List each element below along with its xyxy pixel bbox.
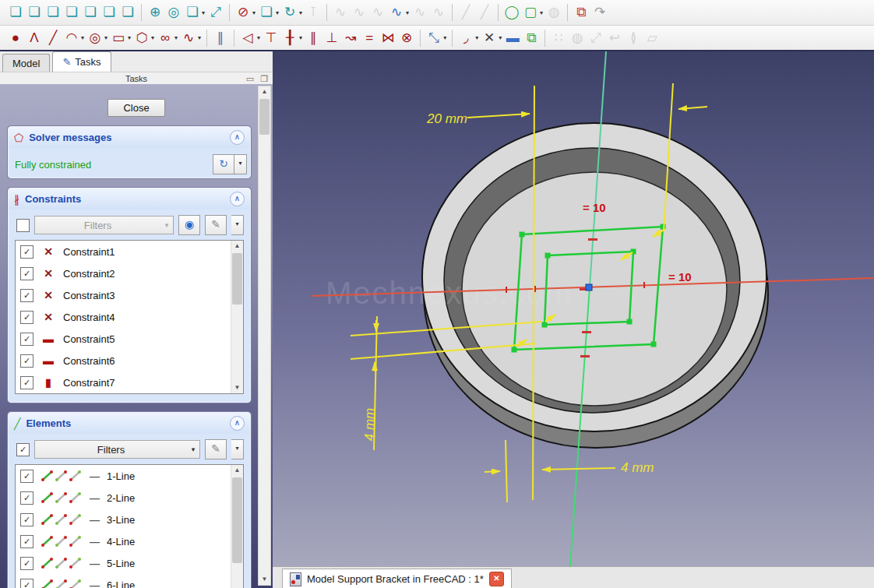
create-fillet[interactable]: ◞▾ [456,28,480,48]
external-geometry[interactable]: ∥ [211,28,230,48]
bspline-insert-knot[interactable]: ∿ [411,2,429,23]
view-left[interactable]: ❏ [118,2,137,23]
toggle-driving-constraint[interactable]: ⤡▾ [425,28,448,48]
zoom-box[interactable]: ◎ [164,2,183,23]
collapse-button[interactable]: ∧ [230,416,245,431]
bspline-decrease-degree[interactable]: ∿ [368,2,387,23]
constraint-row[interactable]: ✓ ✕ Constraint4 [16,306,243,328]
dropdown-arrow-icon[interactable]: ▾ [174,34,178,41]
move-geometry[interactable]: ↷ [590,2,609,23]
show-hide-constraints-button[interactable]: ◉ [178,215,200,235]
element-checkbox[interactable]: ✓ [20,535,33,548]
constraint-checkbox[interactable]: ✓ [20,311,33,324]
create-arc[interactable]: ◠▾ [62,28,86,48]
dropdown-arrow-icon[interactable]: ▾ [299,34,302,41]
dropdown-arrow-icon[interactable]: ▾ [299,9,302,16]
create-line[interactable]: ╱ [44,28,62,48]
view-bottom[interactable]: ❏ [100,2,118,23]
constraints-settings-dropdown[interactable]: ▾ [231,215,244,235]
constraints-filter-checkbox[interactable] [16,219,30,232]
constraint-row[interactable]: ✓ ▬ Constraint5 [16,328,243,350]
view-section[interactable]: ❏▾ [257,2,280,23]
view-right[interactable]: ❏ [62,2,81,23]
create-circle[interactable]: ◎▾ [86,28,109,48]
constraint-row[interactable]: ✓ ✕ Constraint2 [16,262,243,284]
ellipse-tools[interactable]: ◍ [544,2,563,23]
element-checkbox[interactable]: ✓ [20,491,33,505]
dropdown-arrow-icon[interactable]: ▾ [198,34,201,41]
constrain-dimension[interactable]: ◁▾ [238,28,262,48]
equal-constraint-label-top[interactable]: = 10 [583,201,606,214]
dropdown-arrow-icon[interactable]: ▾ [81,34,84,41]
constraint-checkbox[interactable]: ✓ [20,333,33,346]
extend-edge[interactable]: ╱ [475,2,494,23]
periodic-bspline[interactable]: ◯ [502,2,521,23]
constraint-checkbox[interactable]: ✓ [20,376,33,389]
tab-tasks[interactable]: ✎Tasks [52,51,111,72]
elements-settings-dropdown[interactable]: ▾ [231,439,244,459]
equal-constraint-label-right[interactable]: = 10 [668,270,692,283]
elements-header[interactable]: ╱ Elements ∧ [9,413,250,434]
bspline-by-knots[interactable]: ▢▾ [521,2,544,23]
elements-settings-button[interactable]: ✎ [205,439,227,459]
zoom-refresh[interactable]: ↻▾ [280,2,304,23]
constraint-row[interactable]: ✓ ▬ Constraint6 [16,350,243,371]
constraint-checkbox[interactable]: ✓ [20,245,33,259]
constraints-filter-combo[interactable]: Filters ▾ [34,216,174,234]
select-redundant-constraints[interactable]: ≬ [624,28,643,48]
view-axonometric[interactable]: ❏▾ [183,2,206,23]
select-origin[interactable]: ◍ [568,28,587,48]
shade-button[interactable]: ▭ [246,72,254,85]
element-row[interactable]: ✓ — 1-Line [16,465,243,487]
dropdown-arrow-icon[interactable]: ▾ [443,34,446,41]
view-front[interactable]: ❏ [25,2,44,23]
constraint-checkbox[interactable]: ✓ [20,354,33,368]
element-checkbox[interactable]: ✓ [20,579,33,588]
view-top[interactable]: ❏ [44,2,62,23]
dimension-label-20mm[interactable]: 20 mm [426,111,467,126]
close-button[interactable]: Close [107,99,165,117]
measure[interactable]: ⊺ [304,2,322,23]
origin-point[interactable] [586,284,592,290]
panel-scrollbar[interactable]: ▲ ▼ [258,86,271,586]
close-document-button[interactable]: ✕ [489,572,504,586]
create-slot[interactable]: ∞▾ [156,28,179,48]
create-point[interactable]: ● [6,28,25,48]
trim-edge[interactable]: ╱ [456,2,475,23]
validate-sketch[interactable]: ▱ [643,28,661,48]
element-row[interactable]: ✓ — 4-Line [16,530,243,552]
elements-filter-combo[interactable]: Filters ▾ [34,440,200,459]
dropdown-arrow-icon[interactable]: ▾ [151,34,154,41]
bspline-show-degree[interactable]: ∿ [331,2,350,23]
copy-geometry[interactable]: ⧉ [572,2,590,23]
bspline-increase-degree[interactable]: ∿ [350,2,368,23]
constraints-settings-button[interactable]: ✎ [205,215,227,235]
constrain-block[interactable]: ⊗ [397,28,416,48]
trim-geometry[interactable]: ✕▾ [480,28,503,48]
constraint-checkbox[interactable]: ✓ [20,267,33,280]
create-polygon[interactable]: ⬡▾ [132,28,156,48]
float-button[interactable]: ❐ [260,72,268,85]
zoom-fit[interactable]: ⊕ [146,2,164,23]
element-row[interactable]: ✓ — 5-Line [16,552,243,574]
create-polyline[interactable]: Λ [25,28,44,48]
constraints-scrollbar[interactable]: ▲ ▼ [231,241,243,393]
create-rectangle[interactable]: ▭▾ [109,28,132,48]
create-bspline[interactable]: ∿▾ [179,28,203,48]
dropdown-arrow-icon[interactable]: ▾ [406,9,409,16]
constrain-parallel[interactable]: ∥ [304,28,322,48]
dropdown-arrow-icon[interactable]: ▾ [202,9,205,16]
elements-filter-checkbox[interactable]: ✓ [16,443,30,456]
element-checkbox[interactable]: ✓ [20,557,33,570]
constrain-lock[interactable]: ⊤ [262,28,280,48]
constrain-horizontal-vertical[interactable]: ╂▾ [280,28,304,48]
stop-operation[interactable]: ⊘▾ [234,2,257,23]
sync-view[interactable]: ⤢ [206,2,225,23]
element-checkbox[interactable]: ✓ [20,513,33,526]
constrain-tangent[interactable]: ↝ [341,28,360,48]
element-checkbox[interactable]: ✓ [20,470,33,483]
constraint-row[interactable]: ✓ ✕ Constraint1 [16,241,243,262]
collapse-button[interactable]: ∧ [230,192,245,206]
dropdown-arrow-icon[interactable]: ▾ [475,34,478,41]
view-isometric[interactable]: ❏ [6,2,25,23]
